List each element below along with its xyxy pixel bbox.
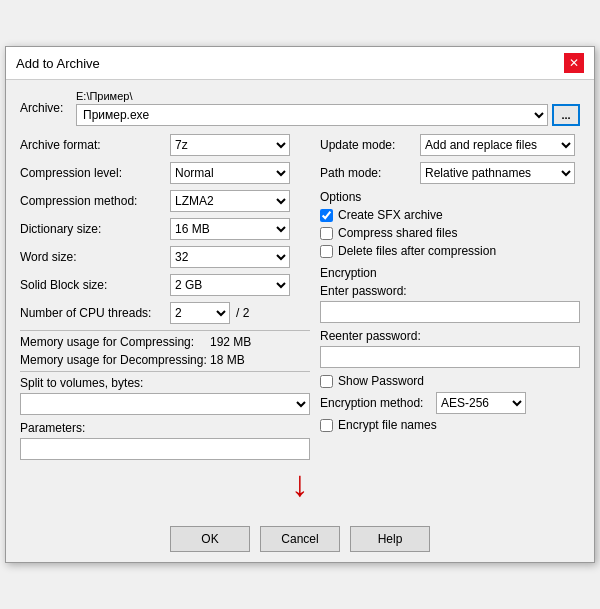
archive-label: Archive: [20,101,70,115]
compress-shared-checkbox[interactable] [320,227,333,240]
split-section: Split to volumes, bytes: [20,376,310,415]
enter-password-label: Enter password: [320,284,580,298]
archive-row: Archive: E:\Пример\ Пример.exe ... [20,90,580,126]
solidblock-select[interactable]: 2 GB 1 GB 4 GB [170,274,290,296]
create-sfx-row: Create SFX archive [320,208,580,222]
enc-method-select[interactable]: AES-256 AES-128 [436,392,526,414]
encrypt-filenames-row: Encrypt file names [320,418,580,432]
title-bar: Add to Archive ✕ [6,47,594,80]
enc-method-label: Encryption method: [320,396,430,410]
cputhreads-label: Number of CPU threads: [20,306,170,320]
method-row: Compression method: LZMA2 LZMA [20,190,310,212]
memcompress-row: Memory usage for Compressing: 192 MB [20,335,310,349]
split-label: Split to volumes, bytes: [20,376,310,390]
format-label: Archive format: [20,138,170,152]
memcompress-label: Memory usage for Compressing: [20,335,210,349]
dialog-body: Archive: E:\Пример\ Пример.exe ... Archi… [6,80,594,518]
compression-row: Compression level: Normal Store Maximum [20,162,310,184]
solidblock-label: Solid Block size: [20,278,170,292]
show-password-label: Show Password [338,374,424,388]
pathmode-label: Path mode: [320,166,420,180]
delete-after-checkbox[interactable] [320,245,333,258]
show-password-row: Show Password [320,374,580,388]
pathmode-row: Path mode: Relative pathnames No pathnam… [320,162,580,184]
format-select[interactable]: 7z ZIP TAR [170,134,290,156]
update-row: Update mode: Add and replace files Updat… [320,134,580,156]
params-input[interactable] [20,438,310,460]
arrow-down-icon: ↓ [291,466,309,502]
archive-input-row: Пример.exe ... [76,104,580,126]
footer: OK Cancel Help [6,518,594,562]
options-section: Options Create SFX archive Compress shar… [320,190,580,258]
dialog-title: Add to Archive [16,56,100,71]
create-sfx-label: Create SFX archive [338,208,443,222]
compress-shared-row: Compress shared files [320,226,580,240]
show-password-checkbox[interactable] [320,375,333,388]
reenter-password-input[interactable] [320,346,580,368]
update-select[interactable]: Add and replace files Update and add fil… [420,134,575,156]
main-content: Archive format: 7z ZIP TAR Compression l… [20,134,580,460]
reenter-password-label: Reenter password: [320,329,580,343]
compression-label: Compression level: [20,166,170,180]
options-title: Options [320,190,580,204]
encrypt-filenames-label: Encrypt file names [338,418,437,432]
method-label: Compression method: [20,194,170,208]
left-column: Archive format: 7z ZIP TAR Compression l… [20,134,310,460]
memdecompress-row: Memory usage for Decompressing: 18 MB [20,353,310,367]
cputhreads-row: Number of CPU threads: 2 1 4 / 2 [20,302,310,324]
encryption-section: Encryption Enter password: Reenter passw… [320,266,580,432]
arrow-section: ↓ [20,460,580,508]
update-label: Update mode: [320,138,420,152]
create-sfx-checkbox[interactable] [320,209,333,222]
enter-password-input[interactable] [320,301,580,323]
delete-after-label: Delete files after compression [338,244,496,258]
method-select[interactable]: LZMA2 LZMA [170,190,290,212]
compression-select[interactable]: Normal Store Maximum [170,162,290,184]
dictionary-row: Dictionary size: 16 MB 8 MB 32 MB [20,218,310,240]
browse-button[interactable]: ... [552,104,580,126]
memdecompress-value: 18 MB [210,353,245,367]
wordsize-row: Word size: 32 16 64 [20,246,310,268]
right-column: Update mode: Add and replace files Updat… [320,134,580,460]
delete-after-row: Delete files after compression [320,244,580,258]
split-combo[interactable] [20,393,310,415]
wordsize-label: Word size: [20,250,170,264]
help-button[interactable]: Help [350,526,430,552]
dictionary-select[interactable]: 16 MB 8 MB 32 MB [170,218,290,240]
cputhreads-select[interactable]: 2 1 4 [170,302,230,324]
memcompress-value: 192 MB [210,335,251,349]
solidblock-row: Solid Block size: 2 GB 1 GB 4 GB [20,274,310,296]
params-label: Parameters: [20,421,310,435]
cputhreads-total: / 2 [236,306,249,320]
format-row: Archive format: 7z ZIP TAR [20,134,310,156]
pathmode-select[interactable]: Relative pathnames No pathnames Absolute… [420,162,575,184]
memdecompress-label: Memory usage for Decompressing: [20,353,210,367]
compress-shared-label: Compress shared files [338,226,457,240]
archive-filename-combo[interactable]: Пример.exe [76,104,548,126]
encryption-title: Encryption [320,266,580,280]
archive-path-text: E:\Пример\ [76,90,580,102]
dictionary-label: Dictionary size: [20,222,170,236]
wordsize-select[interactable]: 32 16 64 [170,246,290,268]
params-section: Parameters: [20,421,310,460]
archive-input-wrap: E:\Пример\ Пример.exe ... [76,90,580,126]
cancel-button[interactable]: Cancel [260,526,340,552]
ok-button[interactable]: OK [170,526,250,552]
encrypt-filenames-checkbox[interactable] [320,419,333,432]
add-to-archive-dialog: Add to Archive ✕ Archive: E:\Пример\ При… [5,46,595,563]
enc-method-row: Encryption method: AES-256 AES-128 [320,392,580,414]
close-button[interactable]: ✕ [564,53,584,73]
